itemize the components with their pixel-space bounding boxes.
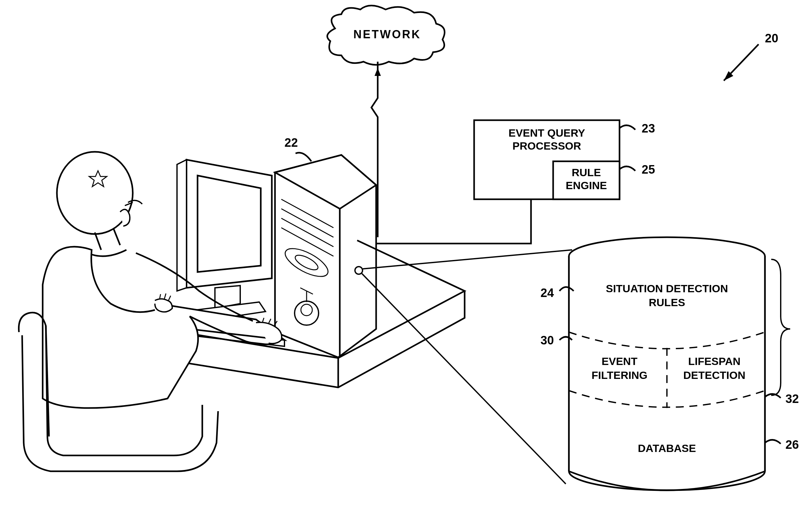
ref-25-curve — [620, 166, 635, 171]
patent-diagram: NETWORK 20 22 23 25 24 30 32 26 EVENT QU… — [0, 0, 812, 507]
left-hand — [155, 299, 172, 312]
power-button-inner — [301, 304, 312, 316]
person-ear — [120, 209, 130, 226]
ref-26-curve — [765, 440, 781, 444]
ref-26: 26 — [786, 438, 799, 452]
ref-20: 20 — [765, 32, 778, 45]
ref-32-curve — [765, 394, 781, 398]
person-head — [57, 152, 133, 234]
diagram-svg — [0, 0, 812, 507]
monitor-screen — [197, 175, 261, 272]
bracket — [771, 259, 790, 395]
projection-line-top — [363, 250, 572, 269]
ref-23: 23 — [642, 122, 655, 135]
lifespan-detection-label: LIFESPAN DETECTION — [673, 354, 755, 382]
event-filtering-label: EVENT FILTERING — [578, 354, 661, 382]
connection-point — [355, 267, 363, 274]
ref-22: 22 — [285, 136, 298, 150]
situation-detection-label: SITUATION DETECTION RULES — [601, 281, 733, 309]
monitor-side — [177, 160, 186, 291]
rule-engine-label: RULE ENGINE — [556, 166, 616, 192]
ref-23-curve — [620, 125, 635, 130]
network-label: NETWORK — [346, 28, 428, 41]
database-label: DATABASE — [616, 441, 717, 455]
eqp-label: EVENT QUERY PROCESSOR — [484, 126, 610, 153]
ref-22-curve — [296, 153, 311, 161]
ref-30: 30 — [541, 334, 554, 347]
tower-eqp-connector — [376, 199, 531, 243]
ref-24: 24 — [541, 286, 554, 300]
ref-25: 25 — [642, 163, 655, 176]
ref-32: 32 — [786, 392, 799, 406]
network-arrowhead-up — [375, 68, 381, 76]
